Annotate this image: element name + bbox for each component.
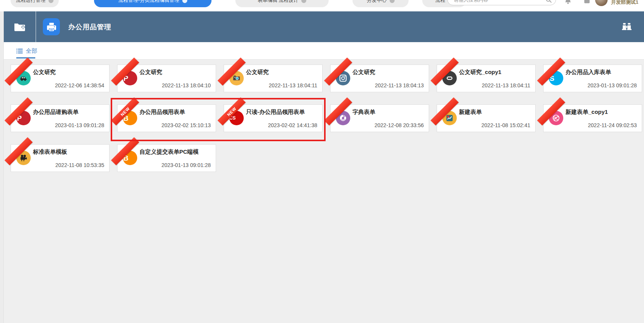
form-card[interactable]: P 办公用品请购表单 2023-01-13 09:01:28 bbox=[11, 104, 110, 132]
form-title: 新建表单_copy1 bbox=[566, 109, 638, 116]
search-input[interactable] bbox=[454, 0, 545, 3]
page-title: 办公用品管理 bbox=[68, 22, 111, 32]
browser-tab-label: 表单编辑 流程设计 bbox=[258, 0, 299, 4]
form-title: 新建表单 bbox=[459, 109, 531, 116]
username-label: 开发部测试1 bbox=[611, 0, 638, 6]
form-card[interactable]: 公文研究 2022-11-13 18:04:13 bbox=[330, 65, 429, 92]
form-date: 2022-12-06 14:38:54 bbox=[55, 82, 104, 88]
form-card[interactable]: 公文研究 2022-11-13 18:04:11 bbox=[224, 65, 323, 92]
form-card[interactable]: 新建表单_copy1 2022-11-24 09:02:53 bbox=[543, 104, 642, 132]
browser-tab-1[interactable]: 流程运行管理 bbox=[11, 0, 59, 7]
form-card[interactable]: P 公文研究 2022-11-13 18:04:10 bbox=[117, 65, 216, 92]
form-card[interactable]: 公文研究 2022-12-06 14:38:54 bbox=[11, 65, 110, 92]
form-date: 2022-12-08 20:33:56 bbox=[374, 122, 424, 128]
page-header: 办公用品管理 bbox=[4, 11, 644, 42]
form-title: 自定义提交表单PC端模 bbox=[139, 148, 212, 156]
form-title: 公文研究 bbox=[139, 69, 212, 76]
form-date: 2022-11-13 18:04:11 bbox=[482, 82, 530, 88]
form-date: 2022-11-13 18:04:10 bbox=[162, 82, 211, 88]
form-card[interactable]: S 办公用品入库表单 2023-01-13 09:01:28 bbox=[543, 65, 642, 92]
form-date: 2022-11-08 10:53:35 bbox=[55, 162, 104, 168]
form-date: 2022-11-13 18:04:13 bbox=[375, 82, 424, 88]
form-title: 公文研究 bbox=[33, 69, 105, 76]
form-title: 只读-办公用品领用表单 bbox=[246, 109, 318, 116]
binoculars-icon bbox=[622, 22, 632, 32]
form-title: 办公用品请购表单 bbox=[33, 109, 105, 116]
form-card[interactable]: 公文研究_copy1 2022-11-13 18:04:11 bbox=[437, 65, 536, 92]
form-card[interactable]: 新建表单 2022-11-08 15:02:41 bbox=[437, 104, 536, 132]
folder-plus-icon bbox=[14, 22, 26, 32]
browser-tab-4[interactable]: 分发中心 bbox=[353, 0, 409, 7]
tab-close-icon[interactable] bbox=[390, 0, 395, 3]
tab-close-icon[interactable] bbox=[182, 0, 187, 3]
browser-tab-label: 流程运行管理 bbox=[16, 0, 45, 4]
notification-bell-icon[interactable] bbox=[564, 0, 572, 5]
browser-tab-2[interactable]: 流程管理-分类流程编辑管理 bbox=[94, 0, 212, 7]
form-card[interactable]: B 自定义提交表单PC端模 2023-01-13 09:01:28 bbox=[117, 144, 216, 172]
form-title: 办公用品领用表单 bbox=[139, 109, 212, 116]
form-date: 2023-02-02 15:10:13 bbox=[161, 122, 211, 128]
form-title: 公文研究 bbox=[246, 69, 318, 76]
browser-tab-3[interactable]: 表单编辑 流程设计 bbox=[235, 0, 329, 7]
app-window: 流程运行管理流程管理-分类流程编辑管理表单编辑 流程设计分发中心流程 开发部测试… bbox=[0, 0, 644, 323]
add-folder-button[interactable] bbox=[4, 11, 36, 42]
active-tab-underline bbox=[16, 57, 35, 58]
search-icon bbox=[545, 0, 552, 3]
browser-tab-label: 流程管理-分类流程编辑管理 bbox=[118, 0, 179, 4]
browser-tab-bar: 流程运行管理流程管理-分类流程编辑管理表单编辑 流程设计分发中心流程 开发部测试… bbox=[0, 0, 644, 11]
global-search[interactable] bbox=[447, 0, 556, 5]
app-icon bbox=[43, 18, 60, 35]
form-date: 2023-02-02 14:41:38 bbox=[268, 122, 317, 128]
form-card[interactable]: NEW B 办公用品领用表单 2023-02-02 15:10:13 bbox=[117, 104, 216, 132]
tab-close-icon[interactable] bbox=[301, 0, 306, 3]
browse-button[interactable] bbox=[622, 22, 632, 32]
form-title: 公文研究 bbox=[353, 69, 425, 76]
form-date: 2022-11-13 18:04:11 bbox=[269, 82, 317, 88]
user-avatar[interactable] bbox=[595, 0, 608, 6]
form-title: 标准表单模板 bbox=[33, 148, 105, 156]
form-date: 2023-01-13 09:01:28 bbox=[161, 162, 211, 168]
list-icon bbox=[16, 48, 23, 54]
tab-close-icon[interactable] bbox=[49, 0, 53, 3]
form-card[interactable]: 标准表单模板 2022-11-08 10:53:35 bbox=[11, 144, 110, 172]
form-card[interactable]: 字典表单 2022-12-08 20:33:56 bbox=[330, 104, 429, 132]
printer-icon bbox=[47, 22, 56, 32]
form-title: 公文研究_copy1 bbox=[459, 69, 531, 76]
tab-all-label: 全部 bbox=[26, 47, 37, 55]
filter-bar: 全部 bbox=[4, 42, 644, 60]
form-date: 2023-01-13 09:01:28 bbox=[588, 82, 637, 88]
header-divider bbox=[36, 11, 36, 42]
apps-grid-icon[interactable] bbox=[583, 0, 591, 5]
form-date: 2022-11-08 15:02:41 bbox=[481, 122, 530, 128]
form-title: 办公用品入库表单 bbox=[566, 69, 638, 76]
form-date: 2023-01-13 09:01:28 bbox=[55, 122, 104, 128]
form-title: 字典表单 bbox=[353, 109, 425, 116]
browser-tab-label: 分发中心 bbox=[367, 0, 387, 4]
form-card[interactable]: NEW CS 只读-办公用品领用表单 2023-02-02 14:41:38 bbox=[224, 104, 323, 132]
browser-tab-label: 流程 bbox=[436, 0, 445, 4]
form-date: 2022-11-24 09:02:53 bbox=[588, 122, 637, 128]
form-card-grid: 公文研究 2022-12-06 14:38:54 P 公文研究 2022-11-… bbox=[0, 60, 644, 172]
